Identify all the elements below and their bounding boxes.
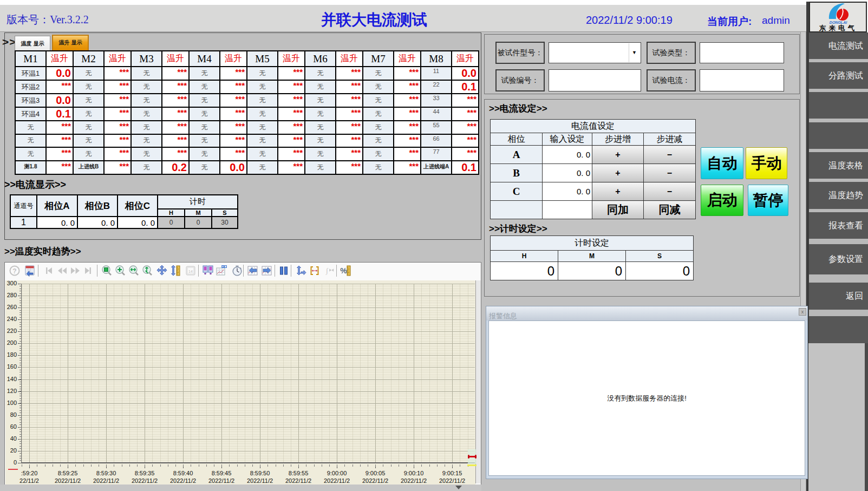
svg-text:∫: ∫	[325, 266, 329, 275]
svg-text:东来电气: 东来电气	[819, 24, 857, 32]
svg-text:?: ?	[12, 267, 16, 275]
svg-text:14: 14	[188, 270, 193, 273]
svg-text:DONGLAI: DONGLAI	[830, 21, 847, 24]
svg-text:%: %	[340, 266, 347, 275]
